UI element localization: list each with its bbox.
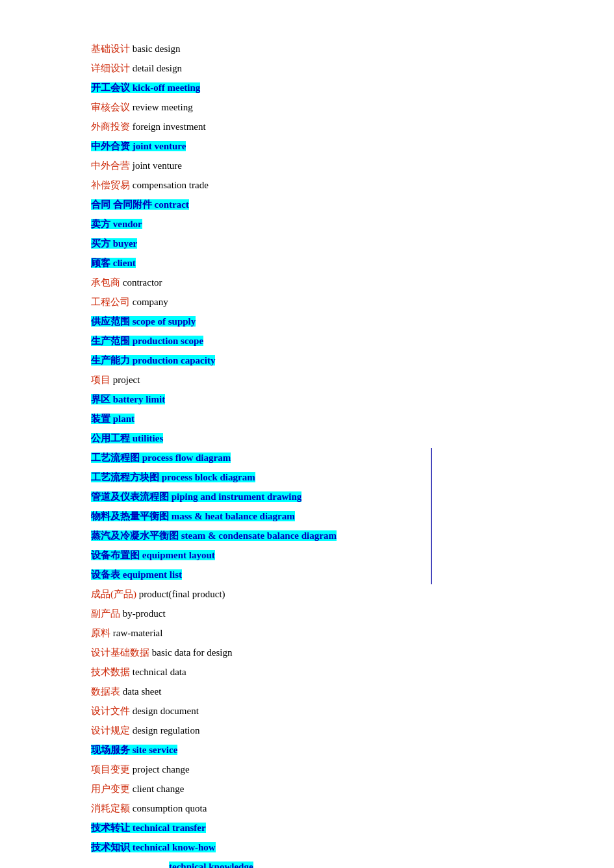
term-line: 设计基础数据 basic data for design bbox=[91, 643, 562, 662]
term-english: utilities bbox=[133, 433, 164, 443]
term-line: 开工会议 kick-off meeting bbox=[91, 78, 562, 97]
term-chinese: 工艺流程方块图 bbox=[91, 472, 162, 482]
term-line: 合同 合同附件 contract bbox=[91, 195, 562, 214]
term-english: basic design bbox=[133, 43, 181, 54]
term-english: scope of supply bbox=[133, 316, 196, 327]
term-line: 管道及仪表流程图 piping and instrument drawing bbox=[91, 487, 432, 506]
term-line: technical knowledge bbox=[91, 857, 562, 868]
term-english: compensation trade bbox=[133, 180, 209, 190]
term-chinese: 项目变更 bbox=[91, 764, 133, 775]
term-chinese: 基础设计 bbox=[91, 43, 133, 54]
term-chinese: 技术知识 bbox=[91, 842, 133, 852]
term-line: 生产范围 production scope bbox=[91, 331, 562, 351]
term-chinese: 顾客 bbox=[91, 258, 113, 268]
term-chinese: 物料及热量平衡图 bbox=[91, 511, 172, 521]
term-english: technical data bbox=[133, 667, 186, 677]
term-chinese: 公用工程 bbox=[91, 433, 133, 443]
term-english: mass & heat balance diagram bbox=[172, 511, 295, 521]
term-chinese: 设计基础数据 bbox=[91, 647, 152, 658]
term-chinese: 工艺流程图 bbox=[91, 453, 142, 463]
term-english: data sheet bbox=[123, 686, 162, 697]
term-chinese: 承包商 bbox=[91, 277, 123, 288]
term-english: battery limit bbox=[113, 394, 165, 404]
term-english: joint venture bbox=[133, 160, 182, 171]
term-english: basic data for design bbox=[152, 647, 233, 658]
term-english: product(final product) bbox=[139, 589, 225, 599]
term-english: steam & condensate balance diagram bbox=[181, 530, 337, 541]
term-chinese: 成品(产品) bbox=[91, 589, 139, 599]
term-chinese: 设计规定 bbox=[91, 725, 133, 736]
term-english: process flow diagram bbox=[142, 453, 231, 463]
term-line: 技术数据 technical data bbox=[91, 662, 562, 682]
term-english: contract bbox=[155, 199, 189, 210]
term-english: raw-material bbox=[113, 628, 163, 638]
term-line: 界区 battery limit bbox=[91, 390, 562, 409]
term-line: 装置 plant bbox=[91, 409, 562, 428]
term-english: detail design bbox=[133, 63, 182, 73]
term-chinese: 界区 bbox=[91, 394, 113, 404]
term-chinese: 副产品 bbox=[91, 608, 123, 619]
term-chinese: 补偿贸易 bbox=[91, 180, 133, 190]
term-english: equipment layout bbox=[142, 550, 215, 560]
term-chinese: 外商投资 bbox=[91, 121, 133, 132]
term-english: production capacity bbox=[133, 355, 216, 366]
term-english: design document bbox=[133, 706, 199, 716]
term-line: 公用工程 utilities bbox=[91, 428, 562, 448]
term-chinese: 项目 bbox=[91, 375, 113, 385]
term-english: company bbox=[133, 297, 168, 307]
term-line: 副产品 by-product bbox=[91, 604, 562, 623]
term-english: joint venture bbox=[133, 141, 186, 151]
term-english: project bbox=[113, 375, 140, 385]
term-english: kick-off meeting bbox=[133, 82, 201, 93]
term-line: 外商投资 foreign investment bbox=[91, 117, 562, 136]
term-chinese: 中外合资 bbox=[91, 141, 133, 151]
term-english: technical knowledge bbox=[169, 862, 253, 868]
term-chinese: 生产范围 bbox=[91, 336, 133, 346]
term-english: project change bbox=[133, 764, 190, 775]
term-line: 生产能力 production capacity bbox=[91, 351, 562, 370]
term-line: 承包商 contractor bbox=[91, 273, 562, 292]
term-english: plant bbox=[113, 414, 134, 424]
term-line: 基础设计 basic design bbox=[91, 39, 562, 58]
term-chinese: 蒸汽及冷凝水平衡图 bbox=[91, 530, 181, 541]
term-english: review meeting bbox=[133, 102, 193, 112]
term-chinese: 供应范围 bbox=[91, 316, 133, 327]
term-line: 项目变更 project change bbox=[91, 760, 562, 779]
term-line: 审核会议 review meeting bbox=[91, 97, 562, 117]
term-english: foreign investment bbox=[133, 121, 206, 132]
term-line: 卖方 vendor bbox=[91, 214, 562, 234]
term-chinese: 装置 bbox=[91, 414, 113, 424]
term-chinese: 买方 bbox=[91, 238, 113, 249]
term-line: 中外合资 joint venture bbox=[91, 136, 562, 156]
term-chinese: 开工会议 bbox=[91, 82, 133, 93]
term-chinese: 管道及仪表流程图 bbox=[91, 491, 172, 502]
term-line: 技术知识 technical know-how bbox=[91, 837, 562, 857]
term-chinese: 技术转让 bbox=[91, 823, 133, 833]
term-english: technical know-how bbox=[133, 842, 216, 852]
term-line: 详细设计 detail design bbox=[91, 58, 562, 78]
term-chinese: 消耗定额 bbox=[91, 803, 133, 813]
term-chinese: 设备布置图 bbox=[91, 550, 142, 560]
term-line: 供应范围 scope of supply bbox=[91, 312, 562, 331]
term-chinese: 技术数据 bbox=[91, 667, 133, 677]
term-chinese: 中外合营 bbox=[91, 160, 133, 171]
term-line: 原料 raw-material bbox=[91, 623, 562, 643]
term-english: contractor bbox=[123, 277, 162, 288]
term-line: 技术转让 technical transfer bbox=[91, 818, 562, 837]
term-chinese: 详细设计 bbox=[91, 63, 133, 73]
term-line: 设备表 equipment list bbox=[91, 565, 432, 584]
term-chinese: 审核会议 bbox=[91, 102, 133, 112]
term-english: piping and instrument drawing bbox=[172, 491, 301, 502]
term-line: 工程公司 company bbox=[91, 292, 562, 312]
term-chinese: 用户变更 bbox=[91, 784, 133, 794]
term-line: 中外合营 joint venture bbox=[91, 156, 562, 175]
term-chinese: 设备表 bbox=[91, 569, 123, 580]
term-english: buyer bbox=[113, 238, 138, 249]
term-english: equipment list bbox=[123, 569, 182, 580]
term-english: vendor bbox=[113, 219, 142, 229]
term-chinese: 工程公司 bbox=[91, 297, 133, 307]
term-english: consumption quota bbox=[133, 803, 207, 813]
term-chinese: 现场服务 bbox=[91, 745, 133, 755]
term-chinese: 合同 合同附件 bbox=[91, 199, 155, 210]
term-line: 设计规定 design regulation bbox=[91, 721, 562, 740]
